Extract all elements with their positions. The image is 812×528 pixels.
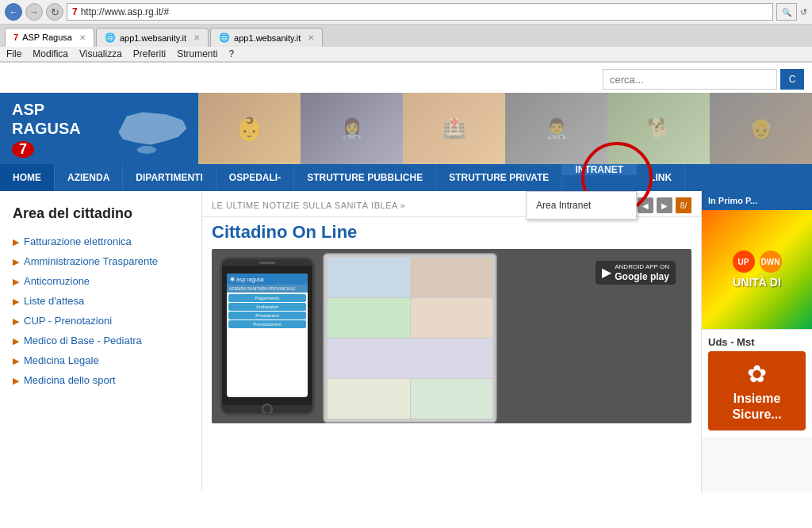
tab-asp-ragusa[interactable]: 7 ASP Ragusa ✕ (5, 28, 94, 47)
menu-visualizza[interactable]: Visualizza (79, 48, 122, 59)
hero-photo-6: 👴 (710, 93, 812, 164)
menu-modifica[interactable]: Modifica (33, 48, 68, 59)
content-area: LE ULTIME NOTIZIE SULLA SANITÀ IBLEA » ⏸… (202, 191, 701, 492)
hero-photos: 👶 👩‍⚕️ 🏥 👨‍⚕️ 🐕 👴 (198, 93, 812, 164)
forward-button[interactable]: → (25, 3, 43, 21)
menu-help[interactable]: ? (229, 48, 235, 59)
hero-photo-2: 👩‍⚕️ (301, 93, 403, 164)
news-next-button[interactable]: ▶ (657, 197, 672, 213)
nav-intranet[interactable]: INTRANET (562, 164, 637, 175)
news-prev-button[interactable]: ◀ (638, 197, 653, 213)
arrow-icon-1: ▶ (13, 237, 19, 247)
browser-chrome: ← → ↻ 7 http://www.asp.rg.it/# 🔍 ↺ 7 ASP… (0, 0, 812, 63)
uds-banner-line2: Sicure... (732, 407, 781, 422)
tab-favicon-1: 7 (13, 33, 18, 42)
nav-link[interactable]: LINK (637, 164, 685, 191)
search-icon: 🔍 (782, 8, 791, 17)
menu-file[interactable]: File (6, 48, 21, 59)
sidebar-label-7: Medicina Legale (24, 354, 99, 366)
hero-photo-3: 🏥 (403, 93, 505, 164)
phone-app-name: asp ragusa (236, 277, 264, 282)
sidebar-item-medicina-sport[interactable]: ▶ Medicina dello sport (0, 370, 201, 390)
tablet-cell-2 (411, 258, 493, 297)
nav-azienda[interactable]: AZIENDA (55, 164, 123, 191)
sidebar-item-fatturazione[interactable]: ▶ Fatturazione elettronica (0, 231, 201, 251)
browser-search-button[interactable]: 🔍 (776, 3, 797, 21)
tab-websanity-2[interactable]: 🌐 app1.websanity.it ✕ (210, 28, 323, 47)
sidebar-label-3: Anticorruzione (24, 275, 90, 287)
phone-menu-prestazioni: Prestazioni (228, 312, 306, 319)
intranet-dropdown: Area Intranet (526, 191, 637, 220)
main-layout: Area del cittadino ▶ Fatturazione elettr… (0, 191, 812, 492)
tab-bar: 7 ASP Ragusa ✕ 🌐 app1.websanity.it ✕ 🌐 a… (0, 25, 812, 47)
site-search-input[interactable] (603, 69, 777, 90)
tab-websanity-1[interactable]: 🌐 app1.websanity.it ✕ (96, 28, 209, 47)
tablet-cell-5 (327, 339, 492, 378)
sidebar-label-8: Medicina dello sport (24, 374, 116, 386)
hero-logo: ASP RAGUSA 7 (0, 93, 103, 164)
phone-menu-items: Pagamento Ambulatori Prestazioni Prenota… (227, 293, 308, 330)
nav-dipartimenti[interactable]: DIPARTIMENTI (123, 164, 216, 191)
news-counter: 8/ (676, 197, 691, 213)
article-image: ◉ asp ragusa AZIENDA SANITARIA PROVINCIA… (212, 249, 691, 423)
favicon: 7 (72, 6, 78, 17)
logo-text-line2: RAGUSA (12, 119, 91, 138)
back-button[interactable]: ← (5, 3, 22, 21)
tab-favicon-2: 🌐 (105, 33, 116, 43)
tablet-cell-4 (411, 298, 493, 338)
uds-mst-section: Uds - Mst ✿ Insieme Sicure... (702, 329, 812, 437)
nav-strutture-pubbliche[interactable]: STRUTTURE PUBBLICHE (294, 164, 436, 191)
refresh-icon: ↺ (800, 7, 807, 17)
logo-number: 7 (12, 141, 34, 158)
tablet-cell-7 (411, 379, 493, 419)
tab-close-1[interactable]: ✕ (79, 33, 86, 42)
colorful-banner[interactable]: UP DWN UNITÀ DI (702, 210, 812, 329)
hero-photo-1: 👶 (198, 93, 301, 164)
sidebar-label-1: Fatturazione elettronica (24, 235, 132, 247)
sidebar-label-6: Medico di Base - Pediatra (24, 335, 142, 346)
tab-label-1: ASP Ragusa (22, 33, 72, 42)
sidebar-label-2: Amministrazione Trasparente (24, 255, 158, 267)
url-text: http://www.asp.rg.it/# (81, 6, 169, 17)
nav-ospedali[interactable]: OSPEDALI- (216, 164, 294, 191)
sidebar-item-liste-attesa[interactable]: ▶ Liste d'attesa (0, 291, 201, 311)
tab-close-2[interactable]: ✕ (193, 33, 200, 42)
uds-banner[interactable]: ✿ Insieme Sicure... (708, 351, 806, 430)
tablet-mockup (323, 253, 497, 423)
nav-strutture-private[interactable]: STRUTTURE PRIVATE (436, 164, 562, 191)
sidebar-item-amministrazione[interactable]: ▶ Amministrazione Trasparente (0, 251, 201, 271)
arrow-icon-3: ▶ (13, 277, 19, 287)
menu-strumenti[interactable]: Strumenti (177, 48, 217, 59)
sicily-map (103, 93, 198, 164)
nav-home[interactable]: HOME (0, 164, 55, 191)
arrow-icon-5: ▶ (13, 316, 19, 327)
right-sidebar: In Primo P... UP DWN UNITÀ DI Uds - Mst … (701, 191, 812, 492)
tablet-cell-6 (327, 379, 410, 419)
sidebar-item-medico-base[interactable]: ▶ Medico di Base - Pediatra (0, 331, 201, 350)
page-content: C ASP RAGUSA 7 👶 👩‍⚕️ 🏥 (0, 63, 812, 492)
tablet-cell-3 (327, 298, 410, 338)
uds-title: Uds - Mst (708, 336, 806, 348)
uds-banner-line1: Insieme (733, 391, 781, 406)
address-bar[interactable]: 7 http://www.asp.rg.it/# (67, 3, 773, 21)
site-search-button[interactable]: C (780, 69, 804, 90)
menu-preferiti[interactable]: Preferiti (133, 48, 166, 59)
sidebar-title: Area del cittadino (0, 199, 201, 231)
phone-menu-ambulatori: Ambulatori (228, 303, 306, 311)
refresh-button[interactable]: ↻ (46, 3, 63, 21)
tab-favicon-3: 🌐 (219, 33, 230, 43)
sidebar-item-anticorruzione[interactable]: ▶ Anticorruzione (0, 271, 201, 291)
article-title[interactable]: Cittadino On Line (202, 217, 701, 249)
sidebar-label-5: CUP - Prenotazioni (24, 315, 112, 327)
sidebar-item-medicina-legale[interactable]: ▶ Medicina Legale (0, 350, 201, 370)
gplay-text: ANDROID APP ON Google play (615, 263, 669, 282)
sidebar-item-cup[interactable]: ▶ CUP - Prenotazioni (0, 311, 201, 331)
arrow-icon-7: ▶ (13, 356, 19, 366)
menu-bar: File Modifica Visualizza Preferiti Strum… (0, 47, 812, 62)
tab-close-3[interactable]: ✕ (308, 33, 314, 42)
svg-point-1 (137, 146, 156, 154)
dropdown-area-intranet[interactable]: Area Intranet (527, 195, 636, 216)
phone-menu-pagamento: Pagamento (228, 294, 306, 302)
tablet-cell-1 (327, 258, 410, 297)
news-label: LE ULTIME NOTIZIE SULLA SANITÀ IBLEA » (212, 201, 405, 210)
